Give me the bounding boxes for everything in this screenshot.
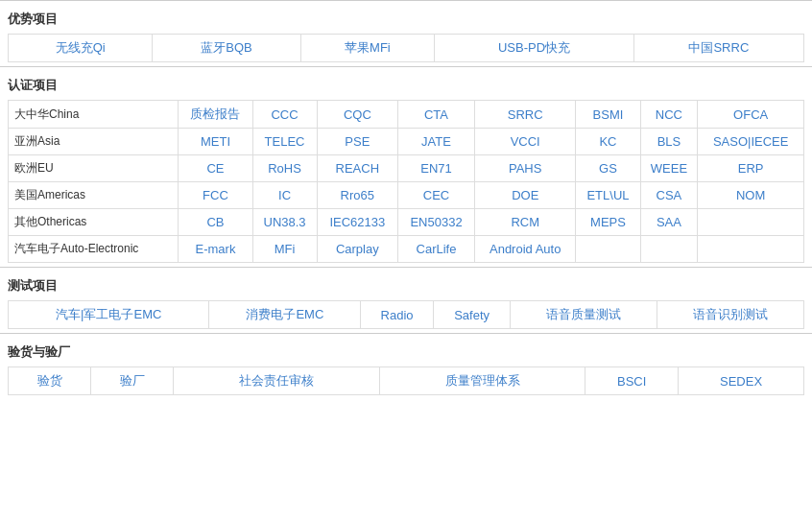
cert-cell[interactable]: ETL\UL — [576, 182, 640, 209]
advantage-cell[interactable]: USB-PD快充 — [435, 35, 633, 62]
testing-cell[interactable]: 语音质量测试 — [511, 301, 657, 329]
inspection-cell[interactable]: 验厂 — [91, 367, 174, 395]
cert-cell[interactable]: Carplay — [317, 236, 397, 263]
cert-cell[interactable]: EN50332 — [398, 209, 475, 236]
cert-cell[interactable]: UN38.3 — [252, 209, 317, 236]
cert-cell[interactable]: KC — [576, 129, 640, 155]
inspection-section: 验货与验厂 验货验厂社会责任审核质量管理体系BSCISEDEX — [0, 333, 812, 399]
inspection-cell[interactable]: 质量管理体系 — [379, 367, 585, 395]
table-row: 汽车电子Auto-ElectronicE-markMFiCarplayCarLi… — [9, 236, 804, 263]
cert-cell — [640, 236, 698, 263]
cert-cell[interactable]: NCC — [640, 101, 698, 129]
cert-cell[interactable]: Android Auto — [474, 236, 575, 263]
cert-cell[interactable]: IC — [252, 182, 317, 209]
advantage-table: 无线充Qi蓝牙BQB苹果MFiUSB-PD快充中国SRRC — [8, 34, 804, 62]
advantage-cell[interactable]: 无线充Qi — [9, 35, 153, 62]
inspection-title: 验货与验厂 — [8, 340, 804, 366]
inspection-row: 验货验厂社会责任审核质量管理体系BSCISEDEX — [9, 367, 804, 395]
table-row: 美国AmericasFCCICRro65CECDOEETL\ULCSANOM — [9, 182, 804, 209]
cert-cell[interactable]: JATE — [398, 129, 475, 155]
cert-cell[interactable]: Rro65 — [317, 182, 397, 209]
advantage-cell[interactable]: 苹果MFi — [300, 35, 435, 62]
testing-cell[interactable]: 语音识别测试 — [657, 301, 804, 329]
testing-title: 测试项目 — [8, 273, 804, 300]
table-row: 亚洲AsiaMETITELECPSEJATEVCCIKCBLSSASO|IECE… — [9, 129, 804, 155]
testing-row: 汽车|军工电子EMC消费电子EMCRadioSafety语音质量测试语音识别测试 — [9, 301, 804, 329]
advantage-section: 优势项目 无线充Qi蓝牙BQB苹果MFiUSB-PD快充中国SRRC — [0, 0, 812, 66]
certification-table: 大中华China质检报告CCCCQCCTASRRCBSMINCCOFCA亚洲As… — [8, 100, 804, 263]
row-label: 欧洲EU — [9, 155, 179, 182]
cert-cell[interactable]: CQC — [317, 101, 397, 129]
cert-cell[interactable]: SAA — [640, 209, 698, 236]
cert-cell — [698, 236, 804, 263]
row-label: 其他Othericas — [9, 209, 179, 236]
cert-cell[interactable]: CCC — [252, 101, 317, 129]
row-label: 亚洲Asia — [9, 129, 179, 155]
testing-cell[interactable]: Safety — [433, 301, 511, 329]
certification-section: 认证项目 大中华China质检报告CCCCQCCTASRRCBSMINCCOFC… — [0, 66, 812, 267]
testing-cell[interactable]: 汽车|军工电子EMC — [9, 301, 209, 329]
cert-cell[interactable]: SASO|IECEE — [698, 129, 804, 155]
cert-cell[interactable]: REACH — [317, 155, 397, 182]
inspection-cell[interactable]: 社会责任审核 — [174, 367, 379, 395]
cert-cell[interactable]: BSMI — [576, 101, 640, 129]
cert-cell[interactable]: SRRC — [474, 101, 575, 129]
inspection-table: 验货验厂社会责任审核质量管理体系BSCISEDEX — [8, 366, 804, 395]
cert-cell — [698, 209, 804, 236]
cert-cell[interactable]: DOE — [474, 182, 575, 209]
advantage-cell[interactable]: 蓝牙BQB — [153, 35, 300, 62]
table-row: 其他OthericasCBUN38.3IEC62133EN50332RCMMEP… — [9, 209, 804, 236]
testing-cell[interactable]: 消费电子EMC — [209, 301, 361, 329]
cert-cell[interactable]: WEEE — [640, 155, 698, 182]
cert-cell[interactable]: E-mark — [179, 236, 252, 263]
inspection-cell[interactable]: SEDEX — [679, 367, 804, 395]
cert-cell[interactable]: BLS — [640, 129, 698, 155]
testing-table: 汽车|军工电子EMC消费电子EMCRadioSafety语音质量测试语音识别测试 — [8, 300, 804, 329]
certification-title: 认证项目 — [8, 73, 804, 100]
row-label: 美国Americas — [9, 182, 179, 209]
cert-cell[interactable]: RCM — [474, 209, 575, 236]
row-label: 大中华China — [9, 101, 179, 129]
cert-cell[interactable]: PSE — [317, 129, 397, 155]
cert-cell[interactable]: CEC — [398, 182, 475, 209]
cert-cell[interactable]: METI — [179, 129, 252, 155]
inspection-cell[interactable]: 验货 — [9, 367, 91, 395]
advantage-cell[interactable]: 中国SRRC — [633, 35, 803, 62]
cert-cell[interactable]: TELEC — [252, 129, 317, 155]
cert-cell[interactable]: EN71 — [398, 155, 475, 182]
testing-section: 测试项目 汽车|军工电子EMC消费电子EMCRadioSafety语音质量测试语… — [0, 267, 812, 333]
cert-cell[interactable]: CarLife — [398, 236, 475, 263]
inspection-cell[interactable]: BSCI — [585, 367, 679, 395]
advantage-row: 无线充Qi蓝牙BQB苹果MFiUSB-PD快充中国SRRC — [9, 35, 804, 62]
cert-cell[interactable]: 质检报告 — [179, 101, 252, 129]
cert-cell[interactable]: FCC — [179, 182, 252, 209]
cert-cell — [576, 236, 640, 263]
cert-cell[interactable]: MEPS — [576, 209, 640, 236]
cert-cell[interactable]: IEC62133 — [317, 209, 397, 236]
cert-cell[interactable]: RoHS — [252, 155, 317, 182]
cert-cell[interactable]: CE — [179, 155, 252, 182]
advantage-title: 优势项目 — [8, 7, 804, 34]
table-row: 大中华China质检报告CCCCQCCTASRRCBSMINCCOFCA — [9, 101, 804, 129]
cert-cell[interactable]: OFCA — [698, 101, 804, 129]
cert-cell[interactable]: CTA — [398, 101, 475, 129]
cert-cell[interactable]: ERP — [698, 155, 804, 182]
testing-cell[interactable]: Radio — [361, 301, 433, 329]
cert-cell[interactable]: MFi — [252, 236, 317, 263]
cert-cell[interactable]: CSA — [640, 182, 698, 209]
cert-cell[interactable]: VCCI — [474, 129, 575, 155]
cert-cell[interactable]: GS — [576, 155, 640, 182]
table-row: 欧洲EUCERoHSREACHEN71PAHSGSWEEEERP — [9, 155, 804, 182]
cert-cell[interactable]: PAHS — [474, 155, 575, 182]
cert-cell[interactable]: NOM — [698, 182, 804, 209]
row-label: 汽车电子Auto-Electronic — [9, 236, 179, 263]
cert-cell[interactable]: CB — [179, 209, 252, 236]
